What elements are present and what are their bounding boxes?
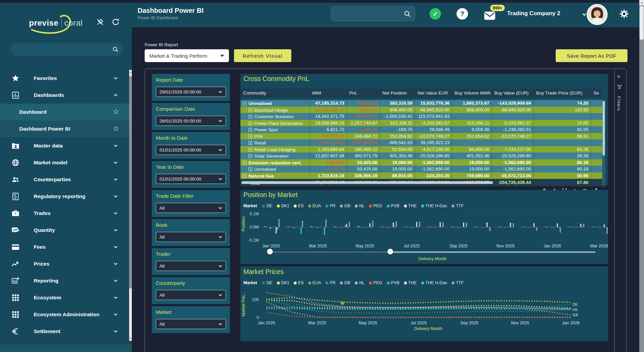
column-header-buy-trade-price-eur[interactable]: Buy Trade Price (EUR) xyxy=(533,89,591,98)
sidebar-scrollbar[interactable]: ▲ ▼ xyxy=(129,70,132,341)
slider-handle-left[interactable] xyxy=(267,249,273,254)
table-row[interactable]: +Baseload Hedge-12,908,160.20-9,983.1480… xyxy=(240,107,602,113)
expand-icon[interactable]: + xyxy=(248,148,252,152)
sidebar-item-fees[interactable]: Fees xyxy=(0,239,129,255)
sidebar-item-reporting[interactable]: Reporting xyxy=(0,272,129,289)
chevron-down-icon[interactable] xyxy=(113,211,118,216)
filter-select-market[interactable]: All xyxy=(156,319,226,329)
sidebar-item-trades[interactable]: Trades xyxy=(0,205,129,222)
unpin-sidebar-icon[interactable] xyxy=(96,18,105,26)
scroll-up-icon[interactable]: ▲ xyxy=(129,71,132,74)
delivery-month-slider-range[interactable] xyxy=(270,251,390,253)
sidebar-item-ecosystem-administration[interactable]: Ecosystem Administration xyxy=(0,306,129,323)
column-header-commodity[interactable]: Commodity xyxy=(240,89,310,98)
table-vertical-scrollbar[interactable] xyxy=(602,100,605,187)
sidebar-item-dashboard-power-bi[interactable]: Dashboard Power BI☆ xyxy=(0,120,129,137)
chevron-down-icon[interactable] xyxy=(113,194,118,199)
expand-icon[interactable]: + xyxy=(248,108,252,112)
chevron-down-icon[interactable] xyxy=(113,160,118,165)
column-header-pnl[interactable]: PnL xyxy=(347,89,380,98)
column-header-se[interactable]: Se xyxy=(591,89,602,98)
collapse-icon[interactable]: − xyxy=(243,174,246,178)
page-scrollbar-thumb[interactable] xyxy=(640,6,644,40)
header-search-input[interactable] xyxy=(331,6,415,21)
filter-select-book[interactable]: All xyxy=(156,232,226,242)
sidebar-item-regulatory-reporting[interactable]: Regulatory reporting xyxy=(0,188,129,205)
filter-select-trader[interactable]: All xyxy=(156,261,226,271)
chevron-down-icon[interactable] xyxy=(113,143,118,148)
filters-pane-label[interactable]: Filters xyxy=(616,96,621,111)
table-row[interactable]: +Customer Business18,342,471.75-454,638.… xyxy=(240,113,602,120)
sidebar-item-ecosystem[interactable]: Ecosystem xyxy=(0,289,129,306)
table-row[interactable]: +Unrealised-1,873.2653,425.0819,000.00-1… xyxy=(240,166,602,172)
funnel-icon[interactable] xyxy=(617,84,622,89)
table-row[interactable]: +Power Spot6,821.72-3,543.15-169.7529,58… xyxy=(240,126,602,133)
chevron-down-icon[interactable] xyxy=(113,177,118,182)
column-header-net-position[interactable]: Net Position xyxy=(380,89,415,98)
table-row[interactable]: +PPA-490,267.33246,484.72252,854.82-22,0… xyxy=(240,133,602,140)
expand-icon[interactable]: + xyxy=(248,167,252,171)
expand-icon[interactable]: + xyxy=(248,115,252,118)
table-vscroll-thumb[interactable] xyxy=(603,101,605,156)
sidebar-item-settlement[interactable]: Settlement xyxy=(0,323,129,340)
sidebar-item-favorites[interactable]: Favorites xyxy=(0,70,129,87)
chevron-down-icon[interactable] xyxy=(113,76,118,81)
table-row[interactable]: +Power Plant Generation29,059,866.151,25… xyxy=(240,120,602,127)
sidebar-item-dashboards[interactable]: Dashboards xyxy=(0,87,129,104)
scroll-up-icon[interactable]: ▲ xyxy=(639,0,644,5)
table-hscroll-thumb[interactable] xyxy=(241,181,493,184)
expand-icon[interactable]: + xyxy=(248,121,252,125)
sidebar-item-dashboard[interactable]: Dashboard☆ xyxy=(0,104,129,120)
expand-icon[interactable]: + xyxy=(248,141,252,145)
chevron-down-icon[interactable] xyxy=(113,312,118,317)
page-scrollbar[interactable]: ▲ xyxy=(639,0,644,352)
collapse-icon[interactable]: − xyxy=(243,102,246,105)
avatar[interactable] xyxy=(587,4,608,25)
sidebar-scrollbar-thumb[interactable] xyxy=(129,76,132,289)
expand-icon[interactable]: + xyxy=(248,128,252,132)
column-header-buy-volume-mwh[interactable]: Buy Volume MWh xyxy=(452,89,492,98)
column-header-mtm[interactable]: MtM xyxy=(310,89,347,98)
sidebar-search-input[interactable] xyxy=(11,43,123,56)
sidebar-item-prices[interactable]: Prices xyxy=(0,255,129,272)
scroll-down-icon[interactable]: ▼ xyxy=(129,337,132,340)
refresh-icon[interactable] xyxy=(111,18,120,26)
filter-select-trade-date-filter[interactable]: All xyxy=(156,203,226,213)
expand-icon[interactable]: + xyxy=(248,135,252,138)
expand-icon[interactable]: + xyxy=(248,154,252,158)
report-select[interactable]: Market & Trading Perform xyxy=(145,49,229,62)
chevron-down-icon[interactable] xyxy=(113,329,118,334)
table-row[interactable]: +Solar Generation12,837,607.48392,571.79… xyxy=(240,153,602,159)
table-row[interactable]: −Unrealised47,185,314.73-40,823.56383,31… xyxy=(240,100,602,107)
sidebar-item-counterparties[interactable]: Counterparties xyxy=(0,171,129,188)
status-ok-icon[interactable]: ✓ xyxy=(430,8,441,20)
filter-select-report-date[interactable]: 29/01/2025 00:00:00 xyxy=(156,87,226,97)
table-row[interactable]: −Natural Gas1,723,616.10336,956.1989,910… xyxy=(240,172,602,179)
help-icon[interactable]: ? xyxy=(457,8,468,20)
filter-select-month-to-date[interactable]: 01/01/2025 00:00:00 xyxy=(156,145,226,155)
collapse-icon[interactable]: − xyxy=(243,161,246,165)
column-header-net-value-eur[interactable]: Net Value EUR xyxy=(415,89,452,98)
chevron-down-icon[interactable] xyxy=(113,295,118,300)
sidebar-item-master-data[interactable]: Master data xyxy=(0,137,129,154)
collapse-pane-icon[interactable]: « xyxy=(617,73,620,80)
table-row[interactable]: −Emission reduction cert.-1,873.2653,425… xyxy=(240,159,602,166)
sidebar-item-quantity[interactable]: Quantity xyxy=(0,222,129,239)
chevron-down-icon[interactable] xyxy=(113,278,118,283)
settings-gear-icon[interactable] xyxy=(619,9,629,19)
filter-select-year-to-date[interactable]: 01/01/2025 00:00:00 xyxy=(156,174,226,184)
filter-select-comparison-date[interactable]: 28/01/2025 00:00:00 xyxy=(156,116,226,126)
filter-select-counterparty[interactable]: All xyxy=(156,290,226,300)
table-row[interactable]: +Retail-1,446,714.66-1,635,949.96-389,54… xyxy=(240,139,602,146)
favorite-star-icon[interactable]: ☆ xyxy=(113,108,119,116)
table-row[interactable]: +Retail Load Hedging1,183,689.84160,485.… xyxy=(240,146,602,153)
chevron-up-icon[interactable] xyxy=(113,92,118,98)
refresh-visual-button[interactable]: Refresh Visual xyxy=(234,49,291,62)
chevron-down-icon[interactable] xyxy=(113,244,118,250)
save-report-pdf-button[interactable]: Save Report As PDF xyxy=(556,49,627,62)
favorite-star-icon[interactable]: ☆ xyxy=(113,125,119,133)
column-header-buy-value-eur[interactable]: Buy Value (EUR) xyxy=(492,89,533,98)
sidebar-item-market-model[interactable]: Market model xyxy=(0,154,129,171)
company-selector[interactable]: Trading Company 2 xyxy=(507,10,560,17)
table-horizontal-scrollbar[interactable] xyxy=(241,181,605,184)
